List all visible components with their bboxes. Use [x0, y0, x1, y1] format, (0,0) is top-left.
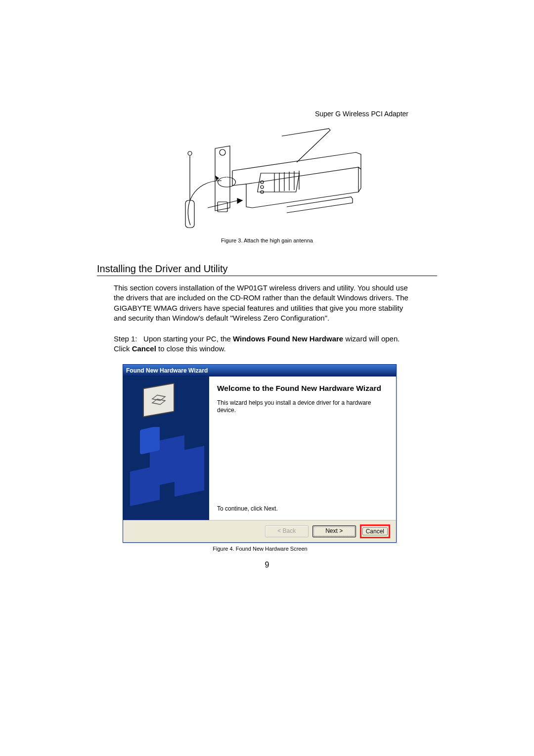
antenna-svg — [163, 124, 371, 230]
wizard-titlebar: Found New Hardware Wizard — [123, 365, 396, 377]
step1-pre: Upon starting your PC, the — [143, 334, 233, 343]
figure4-wizard-screenshot: Found New Hardware Wizard — [123, 364, 398, 552]
intro-paragraph: This section covers installation of the … — [114, 283, 410, 323]
figure-antenna-diagram — [163, 124, 371, 233]
wizard-main-panel: Welcome to the Found New Hardware Wizard… — [209, 377, 396, 520]
wizard-sidebar-image — [123, 377, 209, 520]
cancel-highlight-box: Cancel — [360, 524, 390, 538]
wizard-description: This wizard helps you install a device d… — [217, 399, 385, 414]
sidebar-device-icon — [143, 382, 175, 417]
step1-bold2: Cancel — [132, 344, 156, 353]
svg-point-2 — [220, 149, 225, 155]
section-heading: Installing the Driver and Utility — [97, 263, 437, 276]
step1-label: Step 1: — [114, 334, 137, 343]
page-number: 9 — [97, 561, 437, 569]
figure4-caption: Figure 4. Found New Hardware Screen — [123, 546, 398, 552]
wizard-body: Welcome to the Found New Hardware Wizard… — [123, 377, 396, 520]
svg-point-12 — [261, 186, 264, 189]
svg-rect-21 — [140, 427, 160, 455]
wizard-window: Found New Hardware Wizard — [123, 364, 397, 543]
cancel-button[interactable]: Cancel — [362, 527, 388, 535]
wizard-heading: Welcome to the Found New Hardware Wizard — [217, 383, 385, 393]
svg-rect-20 — [175, 446, 204, 497]
step1-bold1: Windows Found New Hardware — [233, 334, 343, 343]
wizard-continue-text: To continue, click Next. — [217, 505, 385, 515]
figure3-caption: Figure 3. Attach the high gain antenna — [97, 237, 437, 243]
document-page: Super G Wireless PCI Adapter — [0, 0, 534, 756]
step1-text: Step 1: Upon starting your PC, the Windo… — [114, 334, 410, 354]
next-button[interactable]: Next > — [312, 525, 356, 537]
step1-after: to close this window. — [156, 344, 226, 353]
device-glyph-icon — [150, 391, 167, 409]
wizard-title-text: Found New Hardware Wizard — [126, 367, 208, 374]
svg-line-17 — [208, 200, 238, 208]
svg-point-16 — [188, 151, 192, 155]
back-button: < Back — [265, 525, 309, 537]
wizard-button-bar: < Back Next > Cancel — [123, 520, 396, 542]
sidebar-blue-shapes-icon — [130, 427, 207, 511]
header-product-text: Super G Wireless PCI Adapter — [315, 110, 408, 118]
